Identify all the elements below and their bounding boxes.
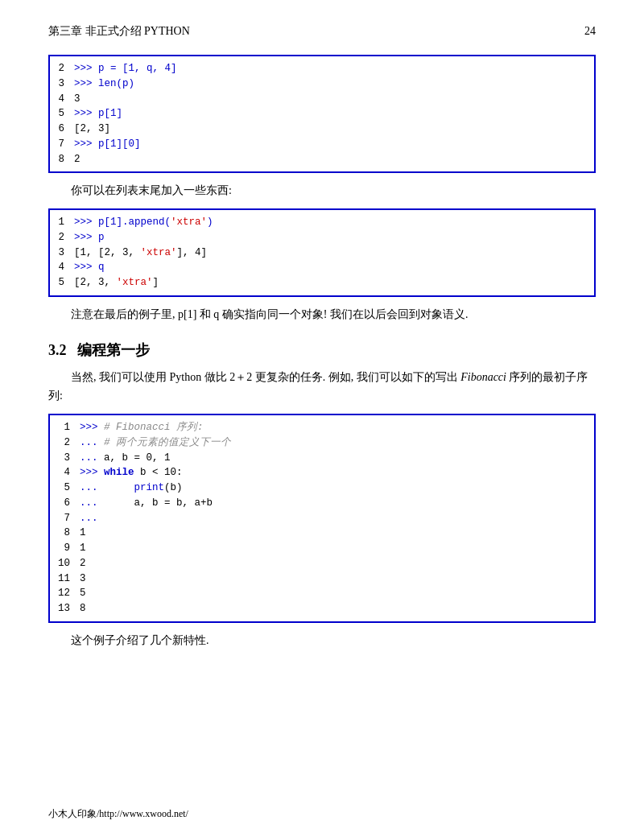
paragraph-4: 这个例子介绍了几个新特性. [48,631,596,650]
paragraph-1: 你可以在列表末尾加入一些东西: [48,181,596,200]
section-heading-3-2: 3.2 编程第一步 [48,340,596,360]
page-footer: 小木人印象/http://www.xwood.net/ [48,807,188,821]
code-content-1: >>> p = [1, q, 4] >>> len(p) 3 >>> p[1] … [74,61,586,167]
section-number: 3.2 编程第一步 [48,342,150,358]
paragraph-2: 注意在最后的例子里, p[1] 和 q 确实指向同一个对象! 我们在以后会回到对… [48,305,596,324]
page-header: 第三章 非正式介绍 PYTHON 24 [48,24,596,39]
code-content-3: >>> # Fibonacci 序列: ... # 两个元素的值定义下一个 ..… [80,420,586,617]
line-numbers-3: 1 2 3 4 5 6 7 8 9 10 11 12 13 [58,420,80,617]
footer-text: 小木人印象/http://www.xwood.net/ [48,808,188,819]
paragraph-3: 当然, 我们可以使用 Python 做比 2＋2 更复杂的任务. 例如, 我们可… [48,368,596,406]
chapter-title: 第三章 非正式介绍 PYTHON [48,24,190,39]
code-block-1: 2 3 4 5 6 7 8 >>> p = [1, q, 4] >>> len(… [48,55,596,173]
line-numbers-1: 2 3 4 5 6 7 8 [58,61,74,167]
code-block-2: 1 2 3 4 5 >>> p[1].append('xtra') >>> p … [48,208,596,297]
code-block-3: 1 2 3 4 5 6 7 8 9 10 11 12 13 >>> # Fibo… [48,414,596,623]
code-content-2: >>> p[1].append('xtra') >>> p [1, [2, 3,… [74,215,586,291]
line-numbers-2: 1 2 3 4 5 [58,215,74,291]
page-number: 24 [584,25,596,38]
page-container: 第三章 非正式介绍 PYTHON 24 2 3 4 5 6 7 8 >>> p … [0,0,644,833]
